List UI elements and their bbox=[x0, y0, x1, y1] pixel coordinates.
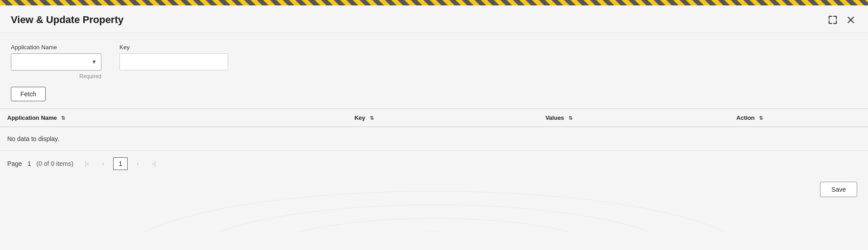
expand-icon[interactable] bbox=[826, 14, 839, 26]
no-data-row: No data to display. bbox=[0, 127, 868, 151]
sort-icon-action: ⇅ bbox=[759, 115, 763, 121]
required-text: Required bbox=[11, 73, 101, 80]
modal-header: View & Update Property bbox=[0, 5, 868, 33]
close-icon[interactable] bbox=[844, 14, 857, 26]
form-row: Application Name ▼ Required Key bbox=[11, 44, 857, 80]
sort-icon-appname: ⇅ bbox=[61, 115, 65, 121]
last-page-button[interactable]: ›| bbox=[148, 157, 160, 170]
col-header-action[interactable]: Action ⇅ bbox=[729, 109, 868, 127]
key-input[interactable] bbox=[119, 53, 228, 71]
svg-point-1 bbox=[186, 205, 683, 232]
sort-icon-values: ⇅ bbox=[568, 115, 572, 121]
page-items-info: (0 of 0 items) bbox=[37, 160, 74, 167]
modal-wrapper: View & Update Property Application Name bbox=[0, 5, 868, 250]
table-header: Application Name ⇅ Key ⇅ Values ⇅ Action… bbox=[0, 109, 868, 127]
no-data-cell: No data to display. bbox=[0, 127, 868, 151]
table-section: Application Name ⇅ Key ⇅ Values ⇅ Action… bbox=[0, 108, 868, 176]
app-name-select[interactable] bbox=[11, 53, 101, 71]
prev-page-button[interactable]: ‹ bbox=[97, 157, 110, 170]
sort-icon-key: ⇅ bbox=[370, 115, 374, 121]
app-name-label: Application Name bbox=[11, 44, 101, 51]
modal-title: View & Update Property bbox=[11, 14, 124, 26]
page-label: Page bbox=[7, 160, 22, 167]
pagination-row: Page 1 (0 of 0 items) |‹ ‹ › ›| bbox=[0, 151, 868, 176]
modal-body: Application Name ▼ Required Key Fetch bbox=[0, 33, 868, 108]
page-current-input[interactable] bbox=[113, 157, 128, 170]
app-name-select-wrapper: ▼ bbox=[11, 53, 101, 71]
key-label: Key bbox=[119, 44, 228, 51]
header-actions bbox=[826, 14, 857, 26]
footer-row: Save bbox=[0, 176, 868, 203]
col-header-key[interactable]: Key ⇅ bbox=[347, 109, 538, 127]
top-stripe bbox=[0, 0, 868, 5]
table-body: No data to display. bbox=[0, 127, 868, 151]
next-page-button[interactable]: › bbox=[131, 157, 144, 170]
app-name-group: Application Name ▼ Required bbox=[11, 44, 101, 80]
save-button[interactable]: Save bbox=[820, 182, 857, 197]
svg-point-2 bbox=[253, 218, 615, 232]
col-header-values[interactable]: Values ⇅ bbox=[538, 109, 729, 127]
first-page-button[interactable]: |‹ bbox=[81, 157, 93, 170]
data-table: Application Name ⇅ Key ⇅ Values ⇅ Action… bbox=[0, 108, 868, 151]
fetch-button[interactable]: Fetch bbox=[11, 87, 46, 101]
key-group: Key bbox=[119, 44, 228, 71]
page-number: 1 bbox=[28, 160, 31, 167]
col-header-appname[interactable]: Application Name ⇅ bbox=[0, 109, 347, 127]
